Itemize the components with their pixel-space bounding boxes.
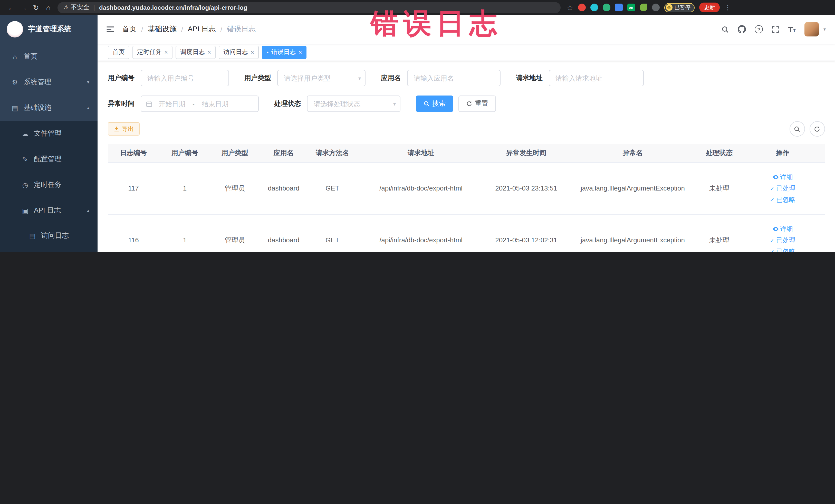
breadcrumb-item[interactable]: API 日志 [188, 25, 216, 34]
breadcrumb-item[interactable]: 首页 [122, 25, 137, 34]
browser-update-button[interactable]: 更新 [699, 3, 720, 12]
detail-link[interactable]: 详细 [742, 223, 823, 235]
date-range-picker[interactable]: - [141, 96, 259, 112]
extension-icon[interactable] [603, 4, 610, 11]
app-name-input[interactable] [407, 70, 501, 86]
sidebar-item-error-log[interactable]: ▤ 错误日志 [0, 248, 98, 252]
github-icon[interactable] [738, 25, 746, 33]
request-url-label: 请求地址 [516, 74, 543, 83]
extension-icon[interactable] [639, 4, 647, 11]
filter-request-url: 请求地址 [516, 70, 644, 86]
search-button-label: 搜索 [432, 99, 446, 108]
col-header: 请求地址 [357, 144, 485, 162]
check-icon: ✓ [770, 246, 774, 252]
breadcrumb-separator: / [181, 25, 183, 33]
close-icon[interactable]: × [250, 49, 254, 55]
extension-icon[interactable] [590, 4, 598, 11]
sidebar-item-system-mgmt[interactable]: ⚙ 系统管理 ▾ [0, 69, 98, 95]
eye-icon [772, 174, 778, 180]
browser-home-button[interactable]: ⌂ [42, 3, 55, 12]
close-icon[interactable]: × [299, 49, 302, 55]
chevron-up-icon: ▴ [87, 105, 89, 110]
app-name-label: 应用名 [381, 74, 401, 83]
search-button[interactable]: 搜索 [416, 96, 453, 112]
cell-app-name: dashboard [259, 162, 308, 214]
not-secure-label[interactable]: 不安全 [71, 3, 89, 12]
app-logo[interactable]: 芋道管理系统 [0, 15, 98, 44]
chevron-down-icon: ▾ [87, 80, 89, 85]
extension-icon[interactable] [578, 4, 586, 11]
font-size-icon[interactable]: TT [788, 25, 796, 33]
filter-row-1: 用户编号 用户类型 ▾ 应用名 请求地址 [108, 70, 825, 86]
infrastructure-submenu: ☁ 文件管理 ✎ 配置管理 ◷ 定时任务 ▣ API 日志 ▴ ▤ [0, 121, 98, 252]
fullscreen-icon[interactable] [772, 25, 779, 33]
sidebar-item-config-mgmt[interactable]: ✎ 配置管理 [0, 146, 98, 172]
date-range-separator: - [191, 100, 196, 107]
tab-label: 调度日志 [180, 48, 205, 57]
navbar-tools: ? TT ▾ [721, 22, 835, 37]
sidebar-item-label: 首页 [24, 52, 38, 61]
collapse-sidebar-button[interactable] [106, 25, 115, 34]
chevron-up-icon: ▴ [87, 208, 89, 213]
sidebar-item-infrastructure[interactable]: ▤ 基础设施 ▴ [0, 95, 98, 121]
close-icon[interactable]: × [207, 49, 211, 55]
user-id-input[interactable] [141, 70, 229, 86]
tab-scheduled-jobs[interactable]: 定时任务 × [133, 45, 172, 59]
mark-processed-link[interactable]: ✓ 已处理 [742, 235, 823, 246]
mark-processed-link[interactable]: ✓ 已处理 [742, 183, 823, 194]
col-header: 异常名 [567, 144, 698, 162]
sidebar-item-access-log[interactable]: ▤ 访问日志 [0, 223, 98, 248]
user-type-select[interactable] [277, 70, 366, 86]
page-url[interactable]: dashboard.yudao.iocoder.cn/infra/log/api… [99, 4, 247, 11]
user-menu-caret-icon[interactable]: ▾ [823, 27, 826, 32]
breadcrumb-separator: / [221, 25, 223, 33]
end-date-input[interactable] [196, 99, 235, 108]
check-icon: ✓ [770, 183, 774, 194]
sidebar-item-scheduled-jobs[interactable]: ◷ 定时任务 [0, 172, 98, 198]
extension-on-badge[interactable]: on [627, 4, 635, 11]
process-status-select[interactable] [307, 96, 401, 112]
close-icon[interactable]: × [164, 49, 168, 55]
refresh-icon [814, 125, 820, 132]
extension-icon[interactable] [615, 4, 623, 11]
sidebar-item-file-mgmt[interactable]: ☁ 文件管理 [0, 121, 98, 146]
help-icon[interactable]: ? [755, 25, 763, 33]
address-bar[interactable]: ⚠ 不安全 | dashboard.yudao.iocoder.cn/infra… [58, 2, 561, 13]
filter-process-status: 处理状态 ▾ [274, 96, 401, 112]
mark-ignored-link[interactable]: ✓ 已忽略 [742, 246, 823, 252]
gear-icon: ⚙ [9, 78, 21, 86]
cloud-icon: ☁ [20, 130, 31, 137]
mark-ignored-link[interactable]: ✓ 已忽略 [742, 194, 823, 205]
tab-access-log[interactable]: 访问日志 × [219, 45, 259, 59]
reset-button[interactable]: 重置 [459, 96, 496, 112]
breadcrumb-item[interactable]: 基础设施 [148, 25, 177, 34]
sidebar-item-label: 定时任务 [34, 180, 62, 189]
refresh-table-button[interactable] [809, 121, 825, 137]
browser-back-button[interactable]: ← [5, 3, 18, 12]
tab-scheduler-log[interactable]: 调度日志 × [176, 45, 216, 59]
sidebar-item-api-log[interactable]: ▣ API 日志 ▴ [0, 198, 98, 223]
tab-home[interactable]: 首页 [108, 45, 129, 59]
col-header: 应用名 [259, 144, 308, 162]
search-icon[interactable] [721, 25, 729, 33]
toggle-search-button[interactable] [789, 121, 805, 137]
extension-icon[interactable] [652, 4, 659, 11]
sidebar-item-home[interactable]: ⌂ 首页 [0, 44, 98, 69]
paused-extension-badge[interactable]: ☺ 已暂停 [664, 3, 695, 12]
cell-exception-name: java.lang.IllegalArgumentException [567, 162, 698, 214]
tab-label: 首页 [113, 48, 125, 57]
detail-link[interactable]: 详细 [742, 171, 823, 183]
user-avatar[interactable] [805, 22, 819, 37]
export-button[interactable]: 导出 [108, 122, 140, 136]
emoji-icon: ☺ [666, 4, 672, 11]
cell-log-id: 117 [108, 162, 159, 214]
browser-forward-button[interactable]: → [18, 3, 30, 12]
cell-user-id: 1 [159, 162, 210, 214]
refresh-icon [466, 101, 472, 107]
start-date-input[interactable] [152, 99, 191, 108]
request-url-input[interactable] [549, 70, 644, 86]
tab-error-log[interactable]: ● 错误日志 × [262, 45, 307, 59]
browser-menu-icon[interactable]: ⋮ [725, 4, 731, 11]
browser-reload-button[interactable]: ↻ [30, 3, 42, 12]
bookmark-star-icon[interactable]: ☆ [567, 3, 573, 12]
